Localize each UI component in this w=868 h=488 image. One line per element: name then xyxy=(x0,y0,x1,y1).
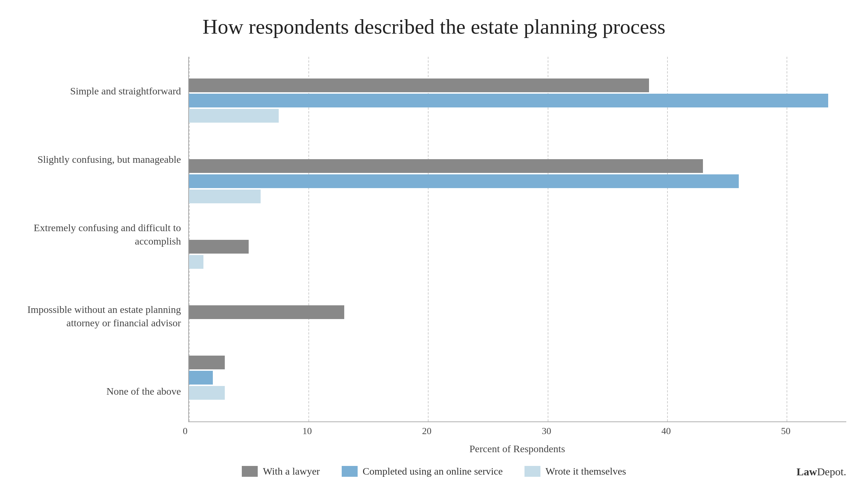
bars-area xyxy=(189,57,846,421)
y-label-2: Extremely confusing and difficult toacco… xyxy=(22,221,181,248)
bar-row-4-lawyer xyxy=(189,356,846,369)
legend-item-self: Wrote it themselves xyxy=(524,466,626,477)
x-axis-title: Percent of Respondents xyxy=(188,443,846,455)
bar-3-lawyer xyxy=(189,305,344,319)
bar-row-4-online xyxy=(189,371,846,385)
bar-group-1 xyxy=(189,159,846,203)
legend-item-lawyer: With a lawyer xyxy=(242,466,320,477)
bar-row-4-self xyxy=(189,386,846,400)
bar-row-1-lawyer xyxy=(189,159,846,173)
y-label-1: Slightly confusing, but manageable xyxy=(22,153,181,166)
x-label-0: 0 xyxy=(183,426,187,437)
bar-0-online xyxy=(189,94,828,107)
legend-label-self: Wrote it themselves xyxy=(545,466,626,477)
x-label-10: 10 xyxy=(303,426,312,437)
branding: LawDepot. xyxy=(796,466,846,478)
legend-label-lawyer: With a lawyer xyxy=(263,466,320,477)
bar-row-2-lawyer xyxy=(189,240,846,254)
chart-area: Simple and straightforwardSlightly confu… xyxy=(22,57,846,455)
y-label-0: Simple and straightforward xyxy=(22,85,181,98)
bar-4-online xyxy=(189,371,213,385)
bar-4-lawyer xyxy=(189,356,225,369)
y-label-4: None of the above xyxy=(22,385,181,398)
x-axis-labels: 01020304050 xyxy=(188,426,846,440)
bar-1-self xyxy=(189,190,261,203)
x-label-30: 30 xyxy=(542,426,551,437)
bar-2-self xyxy=(189,255,203,269)
y-label-3: Impossible without an estate planningatt… xyxy=(22,303,181,330)
branding-regular: Depot. xyxy=(817,466,846,478)
bar-1-lawyer xyxy=(189,159,703,173)
bar-group-4 xyxy=(189,356,846,400)
bar-1-online xyxy=(189,174,739,188)
grid-and-bars xyxy=(188,57,846,422)
bar-0-lawyer xyxy=(189,78,649,92)
legend-item-online: Completed using an online service xyxy=(342,466,503,477)
plot-area: 01020304050 Percent of Respondents xyxy=(188,57,846,455)
branding-bold: Law xyxy=(796,466,817,478)
bar-row-1-self xyxy=(189,190,846,203)
x-label-50: 50 xyxy=(781,426,791,437)
bar-row-0-online xyxy=(189,94,846,107)
x-label-40: 40 xyxy=(661,426,671,437)
chart-title: How respondents described the estate pla… xyxy=(203,14,666,39)
bar-2-lawyer xyxy=(189,240,249,254)
legend: With a lawyerCompleted using an online s… xyxy=(242,466,626,477)
legend-swatch-self xyxy=(524,466,540,477)
legend-swatch-lawyer xyxy=(242,466,258,477)
y-labels: Simple and straightforwardSlightly confu… xyxy=(22,57,188,455)
bar-row-0-self xyxy=(189,109,846,123)
bar-row-1-online xyxy=(189,174,846,188)
chart-container: How respondents described the estate pla… xyxy=(0,0,868,488)
bar-row-3-lawyer xyxy=(189,305,846,319)
bar-group-2 xyxy=(189,240,846,269)
bar-group-0 xyxy=(189,78,846,123)
bar-4-self xyxy=(189,386,225,400)
legend-label-online: Completed using an online service xyxy=(363,466,503,477)
bar-group-3 xyxy=(189,305,846,319)
bar-row-0-lawyer xyxy=(189,78,846,92)
x-label-20: 20 xyxy=(422,426,431,437)
bar-row-2-self xyxy=(189,255,846,269)
legend-swatch-online xyxy=(342,466,358,477)
bar-0-self xyxy=(189,109,279,123)
